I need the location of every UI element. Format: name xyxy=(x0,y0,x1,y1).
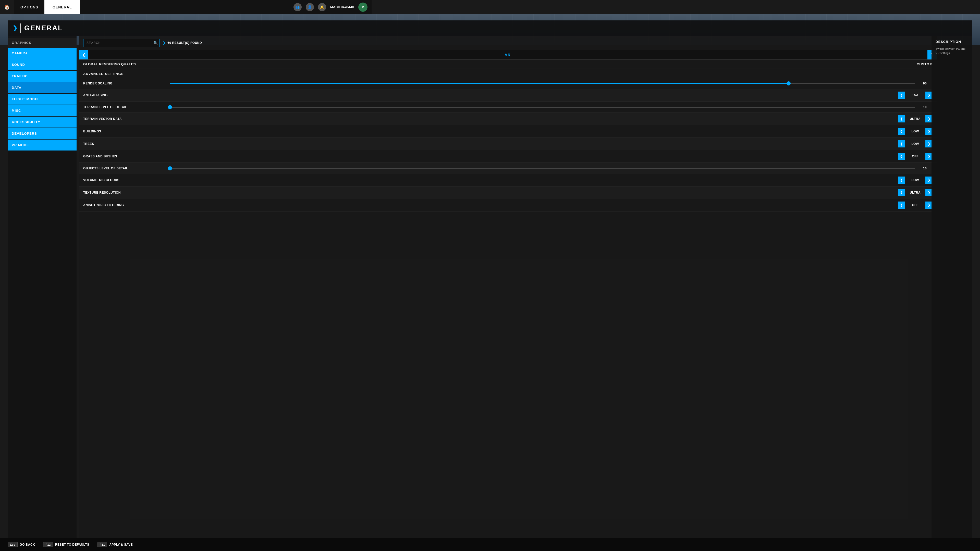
setting-name-grass-bushes: GRASS AND BUSHES xyxy=(83,155,170,158)
sidebar-item-flight-model[interactable]: FLIGHT MODEL xyxy=(8,94,76,105)
sidebar-item-camera[interactable]: CAMERA xyxy=(8,48,76,59)
anti-aliasing-control: ❮ TAA ❯ xyxy=(170,92,372,99)
anisotropic-filtering-control: ❮ OFF ❯ xyxy=(170,202,372,208)
results-label: ❯ 60 RESULT(S) FOUND xyxy=(163,41,202,44)
trees-control: ❮ LOW ❯ xyxy=(170,140,372,148)
setting-row-volumetric-clouds: VOLUMETRIC CLOUDS ❮ LOW ❯ xyxy=(79,174,372,186)
vr-selector-bar: ❮ VR ❯ xyxy=(79,50,372,60)
slider-track-objects xyxy=(170,168,372,169)
setting-name-volumetric-clouds: VOLUMETRIC CLOUDS xyxy=(83,178,170,182)
slider-thumb-objects[interactable] xyxy=(168,166,172,170)
setting-name-objects-lod: OBJECTS LEVEL OF DETAIL xyxy=(83,167,170,170)
setting-name-texture-resolution: TEXTURE RESOLUTION xyxy=(83,191,170,194)
sidebar-item-data[interactable]: DATA xyxy=(8,82,76,93)
global-quality-row: GLOBAL RENDERING QUALITY CUSTOM xyxy=(79,60,372,69)
sidebar-item-sound[interactable]: SOUND xyxy=(8,59,76,70)
page-title-bar: ❯ GENERAL xyxy=(8,21,372,36)
setting-name-render-scaling: RENDER SCALING xyxy=(83,82,170,85)
setting-row-anisotropic-filtering: ANISOTROPIC FILTERING ❮ OFF ❯ xyxy=(79,199,372,208)
setting-name-terrain-lod: TERRAIN LEVEL OF DETAIL xyxy=(83,105,170,109)
sidebar-header: GRAPHICS xyxy=(8,38,76,48)
username-label: MAGICK#8440 xyxy=(330,5,354,9)
render-scaling-slider[interactable] xyxy=(170,83,372,84)
page-title: GENERAL xyxy=(24,24,63,32)
profile-icon[interactable]: 👤 xyxy=(306,3,314,11)
top-navigation-bar: 🏠 OPTIONS GENERAL 👥 👤 🔔 MAGICK#8440 M xyxy=(0,0,372,14)
setting-row-trees: TREES ❮ LOW ❯ xyxy=(79,138,372,150)
setting-row-buildings: BUILDINGS ❮ LOW ❯ xyxy=(79,125,372,138)
buildings-control: ❮ LOW ❯ xyxy=(170,128,372,135)
slider-track xyxy=(170,83,372,84)
sidebar-item-vr-mode[interactable]: VR MODE xyxy=(8,140,76,151)
vr-label: VR xyxy=(88,53,372,57)
volumetric-clouds-control: ❮ LOW ❯ xyxy=(170,176,372,184)
social-icon[interactable]: 👥 xyxy=(293,3,302,11)
setting-name-trees: TREES xyxy=(83,142,170,146)
sidebar: GRAPHICS CAMERA SOUND TRAFFIC DATA FLIGH… xyxy=(8,36,76,208)
setting-row-terrain-lod: TERRAIN LEVEL OF DETAIL 10 xyxy=(79,102,372,113)
sidebar-item-accessibility[interactable]: ACCESSIBILITY xyxy=(8,117,76,127)
advanced-settings-header: ADVANCED SETTINGS xyxy=(79,69,372,78)
setting-row-render-scaling: RENDER SCALING 90 xyxy=(79,78,372,89)
objects-lod-slider[interactable] xyxy=(170,168,372,169)
setting-name-buildings: BUILDINGS xyxy=(83,130,170,133)
render-scaling-control: 90 xyxy=(170,82,372,85)
search-bar: 🔍 ❯ 60 RESULT(S) FOUND xyxy=(79,36,372,50)
search-icon[interactable]: 🔍 xyxy=(153,41,158,45)
setting-row-objects-lod: OBJECTS LEVEL OF DETAIL 10 xyxy=(79,163,372,174)
terrain-vector-control: ❮ ULTRA ❯ xyxy=(170,115,372,122)
sidebar-item-traffic[interactable]: TRAFFIC xyxy=(8,71,76,82)
options-label: OPTIONS xyxy=(14,5,45,9)
title-arrow-icon: ❯ xyxy=(13,25,18,32)
notification-icon[interactable]: 🔔 xyxy=(318,3,326,11)
results-suffix: RESULT(S) FOUND xyxy=(172,41,202,44)
results-count: 60 xyxy=(167,41,171,44)
sidebar-header-label: GRAPHICS xyxy=(12,41,32,44)
sidebar-item-developers[interactable]: DEVELOPERS xyxy=(8,128,76,139)
avatar[interactable]: M xyxy=(358,3,368,12)
setting-row-terrain-vector: TERRAIN VECTOR DATA ❮ ULTRA ❯ xyxy=(79,113,372,125)
settings-list: GLOBAL RENDERING QUALITY CUSTOM ADVANCED… xyxy=(79,60,372,208)
slider-fill xyxy=(170,83,372,84)
slider-thumb-terrain[interactable] xyxy=(168,105,172,109)
title-divider xyxy=(21,24,21,33)
setting-row-anti-aliasing: ANTI-ALIASING ❮ TAA ❯ xyxy=(79,89,372,102)
vr-prev-button[interactable]: ❮ xyxy=(79,50,88,59)
setting-name-anisotropic-filtering: ANISOTROPIC FILTERING xyxy=(83,203,170,207)
search-input[interactable] xyxy=(83,39,160,47)
slider-track-terrain xyxy=(170,106,372,108)
home-button[interactable]: 🏠 xyxy=(0,0,14,14)
terrain-lod-control: 10 xyxy=(170,105,372,109)
results-arrow-icon: ❯ xyxy=(163,41,165,44)
sidebar-item-misc[interactable]: MISC xyxy=(8,105,76,116)
setting-row-texture-resolution: TEXTURE RESOLUTION ❮ ULTRA ❯ xyxy=(79,186,372,199)
global-quality-name: GLOBAL RENDERING QUALITY xyxy=(83,62,372,66)
terrain-lod-slider[interactable] xyxy=(170,106,372,108)
setting-row-grass-bushes: GRASS AND BUSHES ❮ OFF ❯ xyxy=(79,150,372,163)
setting-name-terrain-vector: TERRAIN VECTOR DATA xyxy=(83,117,170,121)
top-right-controls: 👥 👤 🔔 MAGICK#8440 M xyxy=(293,3,372,12)
setting-name-anti-aliasing: ANTI-ALIASING xyxy=(83,94,170,97)
settings-area: 🔍 ❯ 60 RESULT(S) FOUND ❮ VR ❯ GLOBAL REN… xyxy=(79,36,372,208)
general-tab[interactable]: GENERAL xyxy=(45,0,80,14)
objects-lod-control: 10 xyxy=(170,167,372,170)
grass-bushes-control: ❮ OFF ❯ xyxy=(170,153,372,160)
search-input-wrapper: 🔍 xyxy=(83,39,160,47)
texture-resolution-control: ❮ ULTRA ❯ xyxy=(170,189,372,196)
